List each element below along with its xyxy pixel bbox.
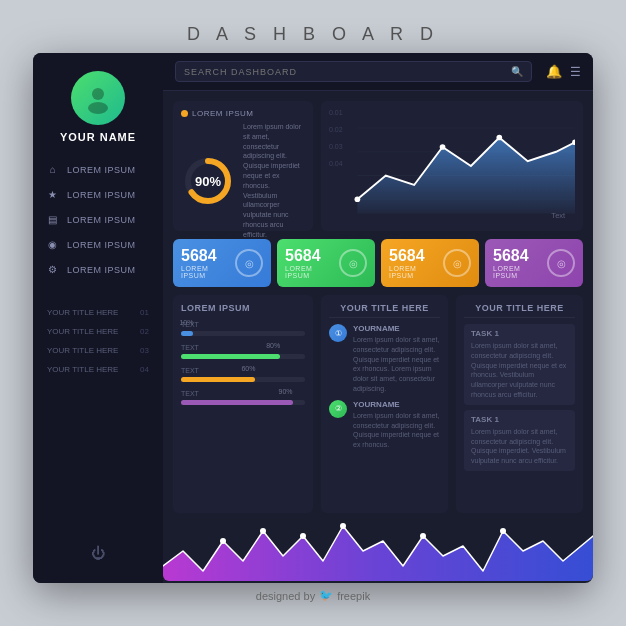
dashboard-container: YOUR NAME ⌂ LOREM IPSUM ★ LOREM IPSUM ▤ … [33, 53, 593, 583]
power-icon: ⏻ [91, 545, 105, 561]
stat-card-green: 5684 LOREM IPSUM ◎ [277, 239, 375, 287]
stat-card-orange: 5684 LOREM IPSUM ◎ [381, 239, 479, 287]
middle-card-title: YOUR TITLE HERE [329, 303, 440, 313]
middle-item-icon-0: ① [329, 324, 347, 342]
middle-card-title-row: YOUR TITLE HERE [329, 303, 440, 318]
stats-row: 5684 LOREM IPSUM ◎ 5684 LOREM IPSUM ◎ [173, 239, 583, 287]
task-text-1: Lorem ipsum dolor sit amet, consectetur … [471, 427, 568, 466]
stat-label-1: LOREM IPSUM [285, 265, 339, 279]
middle-icon-glyph-1: ② [335, 404, 342, 413]
designed-by-text: designed by [256, 590, 315, 602]
progress-item-2: TEXT 60% [181, 367, 305, 382]
svg-point-13 [220, 538, 226, 544]
sidebar-link-label-0: YOUR TITLE HERE [47, 308, 118, 317]
dot-orange [181, 110, 188, 117]
right-card-title: YOUR TITLE HERE [464, 303, 575, 313]
middle-item-text-0: Lorem ipsum dolor sit amet, consectetur … [353, 335, 440, 394]
area-chart-card: 0.01 0.02 0.03 0.04 [321, 101, 583, 231]
stat-label-3: LOREM IPSUM [493, 265, 547, 279]
progress-label-1: TEXT [181, 344, 305, 351]
header: 🔍 🔔 ☰ [163, 53, 593, 91]
sidebar-link-label-1: YOUR TITLE HERE [47, 327, 118, 336]
donut-chart: 90% [181, 154, 235, 208]
stat-circle-icon-3: ◎ [557, 258, 566, 269]
stat-num-3: 5684 [493, 247, 547, 265]
sidebar-link-label-2: YOUR TITLE HERE [47, 346, 118, 355]
sidebar-link-2[interactable]: YOUR TITLE HERE 03 [33, 341, 163, 360]
task-title-0: TASK 1 [471, 329, 568, 338]
sidebar-item-star[interactable]: ★ LOREM IPSUM [33, 182, 163, 207]
search-bar[interactable]: 🔍 [175, 61, 532, 82]
task-title-1: TASK 1 [471, 415, 568, 424]
progress-bar-bg-3: 90% [181, 400, 305, 405]
stat-circle-icon-0: ◎ [245, 258, 254, 269]
search-input[interactable] [184, 67, 505, 77]
progress-pct-1: 80% [266, 342, 280, 349]
sidebar-item-label-1: LOREM IPSUM [67, 190, 136, 200]
sidebar-item-folder[interactable]: ▤ LOREM IPSUM [33, 207, 163, 232]
user-name: YOUR NAME [60, 131, 136, 143]
stat-circle-icon-1: ◎ [349, 258, 358, 269]
sidebar-link-3[interactable]: YOUR TITLE HERE 04 [33, 360, 163, 379]
svg-point-10 [496, 135, 502, 141]
progress-item-1: TEXT 80% [181, 344, 305, 359]
progress-pct-3: 90% [279, 388, 293, 395]
freepik-logo-icon: 🐦 [319, 589, 333, 602]
task-item-0: TASK 1 Lorem ipsum dolor sit amet, conse… [464, 324, 575, 405]
stat-num-1: 5684 [285, 247, 339, 265]
progress-bar-bg-1: 80% [181, 354, 305, 359]
sidebar-link-1[interactable]: YOUR TITLE HERE 02 [33, 322, 163, 341]
sidebar-item-label-2: LOREM IPSUM [67, 215, 136, 225]
right-card: YOUR TITLE HERE TASK 1 Lorem ipsum dolor… [456, 295, 583, 513]
progress-bar-fill-3: 90% [181, 400, 293, 405]
main-content: 🔍 🔔 ☰ LOREM IPSUM [163, 53, 593, 583]
task-item-1: TASK 1 Lorem ipsum dolor sit amet, conse… [464, 410, 575, 471]
page-title: D A S H B O A R D [187, 24, 439, 45]
svg-point-17 [420, 533, 426, 539]
donut-percentage: 90% [195, 173, 221, 188]
svg-point-0 [92, 88, 104, 100]
middle-icon-glyph-0: ① [335, 329, 342, 338]
sidebar-link-num-2: 03 [140, 346, 149, 355]
sidebar-item-label-0: LOREM IPSUM [67, 165, 136, 175]
middle-item-title-0: YOURNAME [353, 324, 440, 333]
middle-item-text-1: Lorem ipsum dolor sit amet, consectetur … [353, 411, 440, 450]
progress-pct-0: 10% [179, 319, 193, 326]
bottom-row: LOREM IPSUM TEXT 10% TEXT 8 [173, 295, 583, 513]
middle-item-1: ② YOURNAME Lorem ipsum dolor sit amet, c… [329, 400, 440, 450]
progress-item-3: TEXT 90% [181, 390, 305, 405]
user-icon: ◉ [47, 239, 59, 250]
donut-card: LOREM IPSUM 90% Lorem ipsum dolor sit am… [173, 101, 313, 231]
menu-icon[interactable]: ☰ [570, 65, 581, 79]
bell-icon[interactable]: 🔔 [546, 64, 562, 79]
sidebar-item-settings[interactable]: ⚙ LOREM IPSUM [33, 257, 163, 282]
sidebar-item-label-3: LOREM IPSUM [67, 240, 136, 250]
chart-num-1: 0.02 [329, 126, 343, 133]
task-text-0: Lorem ipsum dolor sit amet, consectetur … [471, 341, 568, 400]
sidebar-link-num-0: 01 [140, 308, 149, 317]
svg-point-14 [260, 528, 266, 534]
donut-content: 90% Lorem ipsum dolor sit amet, consecte… [181, 122, 305, 240]
donut-label-row: LOREM IPSUM [181, 109, 305, 118]
chart-num-3: 0.04 [329, 160, 343, 167]
progress-bar-fill-2: 60% [181, 377, 255, 382]
svg-point-15 [300, 533, 306, 539]
stat-icon-circle-3: ◎ [547, 249, 575, 277]
sidebar-link-0[interactable]: YOUR TITLE HERE 01 [33, 303, 163, 322]
svg-point-1 [88, 102, 108, 114]
designed-by: designed by 🐦 freepik [256, 589, 370, 602]
progress-card: LOREM IPSUM TEXT 10% TEXT 8 [173, 295, 313, 513]
gear-icon: ⚙ [47, 264, 59, 275]
stat-label-2: LOREM IPSUM [389, 265, 443, 279]
sidebar-nav: ⌂ LOREM IPSUM ★ LOREM IPSUM ▤ LOREM IPSU… [33, 157, 163, 282]
sidebar-item-home[interactable]: ⌂ LOREM IPSUM [33, 157, 163, 182]
middle-item-0: ① YOURNAME Lorem ipsum dolor sit amet, c… [329, 324, 440, 394]
content-area: LOREM IPSUM 90% Lorem ipsum dolor sit am… [163, 91, 593, 583]
sidebar-item-user[interactable]: ◉ LOREM IPSUM [33, 232, 163, 257]
power-button[interactable]: ⏻ [77, 535, 119, 571]
chart-num-0: 0.01 [329, 109, 343, 116]
progress-label-0: TEXT [181, 321, 305, 328]
svg-text:Text: Text [551, 211, 566, 220]
star-icon: ★ [47, 189, 59, 200]
progress-bar-fill-0: 10% [181, 331, 193, 336]
